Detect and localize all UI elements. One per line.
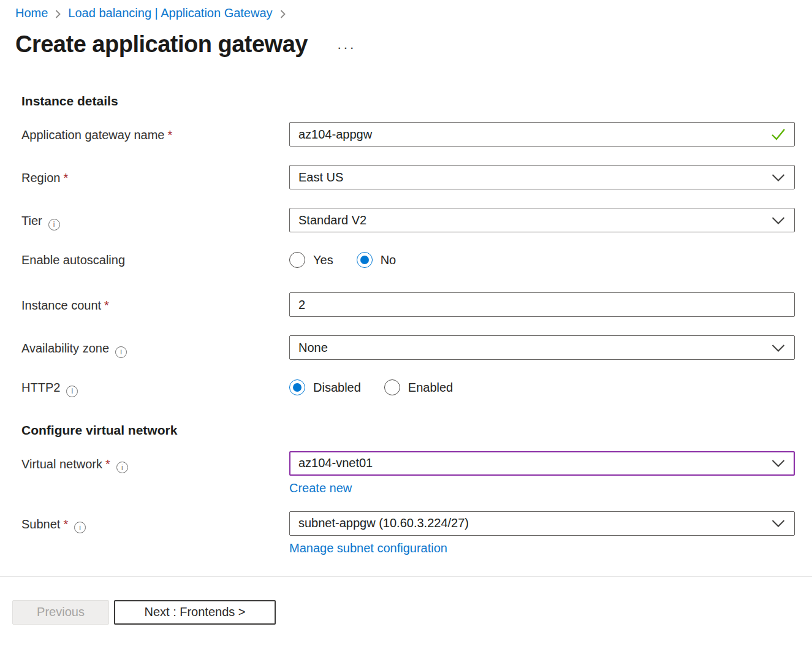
chevron-down-icon xyxy=(772,341,785,355)
radio-label: No xyxy=(381,253,397,267)
required-asterisk: * xyxy=(63,171,68,185)
chevron-right-icon xyxy=(280,9,286,19)
chevron-down-icon xyxy=(772,516,785,530)
field-row-tier: Tieri Standard V2 xyxy=(21,208,812,232)
subnet-control: subnet-appgw (10.60.3.224/27) Manage sub… xyxy=(289,511,795,555)
breadcrumb: Home Load balancing | Application Gatewa… xyxy=(15,6,812,20)
gateway-name-control xyxy=(289,122,795,147)
instance-count-control xyxy=(289,292,795,317)
tier-dropdown[interactable]: Standard V2 xyxy=(289,208,795,232)
autoscaling-radio-group: Yes No xyxy=(289,251,795,268)
info-icon[interactable]: i xyxy=(48,219,60,230)
field-label-http2: HTTP2i xyxy=(21,378,289,397)
label-text: Subnet xyxy=(21,517,60,531)
chevron-down-icon xyxy=(772,170,785,185)
info-icon[interactable]: i xyxy=(115,346,127,358)
chevron-down-icon xyxy=(772,456,785,470)
label-text: Region xyxy=(21,171,60,185)
field-label-region: Region* xyxy=(21,165,289,189)
radio-unselected-icon[interactable] xyxy=(289,252,305,268)
tier-value: Standard V2 xyxy=(298,213,366,227)
page-title: Create application gateway xyxy=(15,31,308,58)
field-label-enable-autoscaling: Enable autoscaling xyxy=(21,251,289,268)
http2-control: Disabled Enabled xyxy=(289,378,795,397)
basics-form: Instance details Application gateway nam… xyxy=(21,93,812,625)
subnet-value: subnet-appgw (10.60.3.224/27) xyxy=(298,516,469,530)
field-row-subnet: Subnet*i subnet-appgw (10.60.3.224/27) M… xyxy=(21,511,812,555)
field-row-virtual-network: Virtual network*i az104-vnet01 Create ne… xyxy=(21,451,812,495)
manage-subnet-configuration-link[interactable]: Manage subnet configuration xyxy=(289,541,447,555)
radio-selected-icon[interactable] xyxy=(289,379,305,395)
required-asterisk: * xyxy=(104,299,109,312)
autoscaling-yes-radio[interactable]: Yes xyxy=(289,252,333,268)
chevron-down-icon xyxy=(772,213,785,227)
field-label-availability-zone: Availability zonei xyxy=(21,335,289,360)
radio-label: Disabled xyxy=(313,381,361,395)
availability-zone-value: None xyxy=(298,341,328,355)
info-icon[interactable]: i xyxy=(116,462,128,473)
field-label-tier: Tieri xyxy=(21,208,289,232)
field-row-enable-autoscaling: Enable autoscaling Yes No xyxy=(21,251,812,268)
instance-count-input[interactable] xyxy=(289,292,795,317)
more-options-button[interactable]: ··· xyxy=(337,41,356,55)
availability-zone-dropdown[interactable]: None xyxy=(289,335,795,360)
region-value: East US xyxy=(298,170,343,185)
required-asterisk: * xyxy=(167,128,172,142)
radio-unselected-icon[interactable] xyxy=(384,379,400,395)
label-text: Enable autoscaling xyxy=(21,253,125,267)
label-text: Virtual network xyxy=(21,457,102,471)
breadcrumb-home-link[interactable]: Home xyxy=(15,6,48,20)
virtual-network-control: az104-vnet01 Create new xyxy=(289,451,795,495)
gateway-name-input[interactable] xyxy=(289,122,795,147)
required-asterisk: * xyxy=(63,517,68,531)
virtual-network-value: az104-vnet01 xyxy=(298,456,373,470)
virtual-network-dropdown[interactable]: az104-vnet01 xyxy=(289,451,795,476)
tier-control: Standard V2 xyxy=(289,208,795,232)
region-dropdown[interactable]: East US xyxy=(289,165,795,189)
required-asterisk: * xyxy=(105,457,110,471)
label-text: HTTP2 xyxy=(21,381,60,394)
next-frontends-button[interactable]: Next : Frontends > xyxy=(114,600,276,625)
field-row-instance-count: Instance count* xyxy=(21,292,812,317)
enable-autoscaling-control: Yes No xyxy=(289,251,795,268)
label-text: Tier xyxy=(21,214,42,227)
field-row-gateway-name: Application gateway name* xyxy=(21,122,812,147)
chevron-right-icon xyxy=(55,9,61,19)
create-application-gateway-page: Home Load balancing | Application Gatewa… xyxy=(0,0,812,625)
http2-disabled-radio[interactable]: Disabled xyxy=(289,379,361,395)
http2-enabled-radio[interactable]: Enabled xyxy=(384,379,453,395)
radio-label: Yes xyxy=(313,253,333,267)
breadcrumb-load-balancing-link[interactable]: Load balancing | Application Gateway xyxy=(68,6,272,20)
info-icon[interactable]: i xyxy=(66,386,78,397)
instance-details-heading: Instance details xyxy=(21,93,812,110)
radio-label: Enabled xyxy=(408,381,453,395)
field-label-virtual-network: Virtual network*i xyxy=(21,451,289,495)
field-label-gateway-name: Application gateway name* xyxy=(21,122,289,147)
create-new-vnet-link[interactable]: Create new xyxy=(289,481,352,495)
field-label-subnet: Subnet*i xyxy=(21,511,289,555)
valid-check-icon xyxy=(771,128,786,140)
info-icon[interactable]: i xyxy=(74,522,86,533)
wizard-footer: Previous Next : Frontends > xyxy=(12,600,812,625)
title-row: Create application gateway ··· xyxy=(15,31,812,58)
previous-button[interactable]: Previous xyxy=(12,600,109,625)
radio-selected-icon[interactable] xyxy=(357,252,373,268)
label-text: Application gateway name xyxy=(21,128,164,142)
http2-radio-group: Disabled Enabled xyxy=(289,378,795,395)
field-row-availability-zone: Availability zonei None xyxy=(21,335,812,360)
region-control: East US xyxy=(289,165,795,189)
field-label-instance-count: Instance count* xyxy=(21,292,289,317)
autoscaling-no-radio[interactable]: No xyxy=(357,252,397,268)
subnet-dropdown[interactable]: subnet-appgw (10.60.3.224/27) xyxy=(289,511,795,536)
configure-virtual-network-heading: Configure virtual network xyxy=(21,422,812,439)
availability-zone-control: None xyxy=(289,335,795,360)
field-row-region: Region* East US xyxy=(21,165,812,189)
label-text: Instance count xyxy=(21,299,101,312)
field-row-http2: HTTP2i Disabled Enabled xyxy=(21,378,812,397)
label-text: Availability zone xyxy=(21,341,109,355)
footer-divider xyxy=(0,576,812,577)
